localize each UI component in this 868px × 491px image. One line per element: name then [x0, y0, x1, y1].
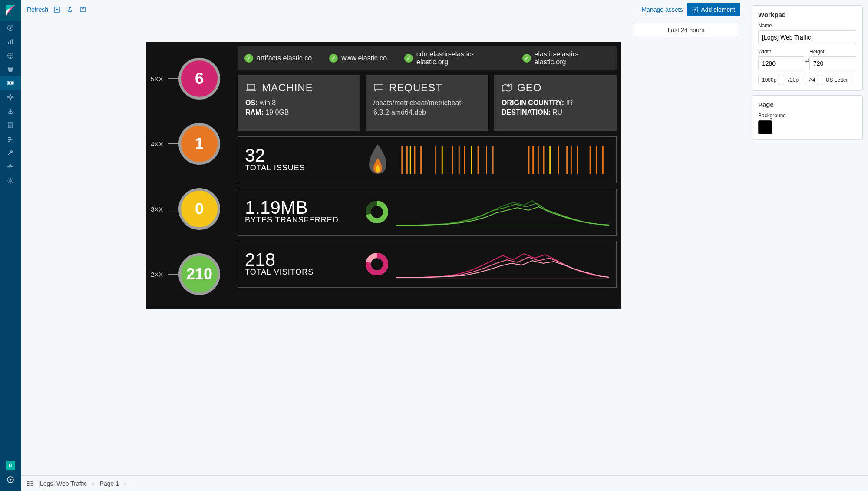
- nav-logs-icon[interactable]: [0, 118, 21, 132]
- background-swatch[interactable]: [758, 120, 772, 134]
- svg-point-17: [10, 99, 11, 100]
- status-5xx-value: 6: [178, 58, 220, 100]
- geo-panel: GEO ORIGIN COUNTRY: IR DESTINATION: RU: [494, 75, 617, 131]
- issues-value: 32: [245, 147, 358, 164]
- panel-title: GEO: [517, 82, 541, 94]
- width-input[interactable]: [758, 56, 805, 70]
- visitors-row: 218 TOTAL VISITORS: [238, 241, 617, 288]
- host-label: cdn.elastic-elastic-elastic.org: [416, 50, 505, 66]
- preset-1080p[interactable]: 1080p: [758, 75, 780, 85]
- background-label: Background: [758, 113, 856, 119]
- nav-heartbeat-icon[interactable]: [0, 160, 21, 174]
- status-4xx-value: 1: [178, 123, 220, 165]
- svg-rect-33: [374, 84, 383, 90]
- status-2xx: 2XX 210: [151, 242, 238, 307]
- status-2xx-value: 210: [178, 253, 220, 295]
- nav-gear-icon[interactable]: [0, 174, 21, 188]
- status-5xx-label: 5XX: [151, 75, 168, 83]
- svg-rect-74: [30, 485, 31, 486]
- host-item: ✓artifacts.elastic.co: [244, 54, 312, 63]
- check-icon: ✓: [244, 54, 253, 63]
- bytes-value: 1.19MB: [245, 199, 358, 216]
- hosts-row: ✓artifacts.elastic.co ✓www.elastic.co ✓c…: [238, 46, 617, 70]
- svg-rect-5: [10, 40, 11, 44]
- prev-page-icon[interactable]: ‹: [92, 480, 94, 488]
- bytes-row: 1.19MB BYTES TRANSFERRED: [238, 189, 617, 236]
- nav-globe-icon[interactable]: [0, 49, 21, 63]
- nav-apm-icon[interactable]: [0, 104, 21, 118]
- svg-rect-69: [31, 481, 33, 482]
- width-label: Width: [758, 49, 805, 55]
- status-5xx: 5XX 6: [151, 46, 238, 111]
- height-input[interactable]: [809, 56, 856, 70]
- nav-canvas-icon[interactable]: [0, 76, 21, 90]
- workpad-settings-card: Workpad Name Width ⇄ Height 1080p 720p A…: [752, 5, 863, 91]
- time-filter[interactable]: Last 24 hours: [633, 23, 739, 37]
- swap-dims-icon[interactable]: ⇄: [805, 57, 809, 63]
- footer-page-label[interactable]: Page 1: [100, 480, 119, 487]
- svg-rect-6: [12, 39, 13, 44]
- nav-node-icon[interactable]: [0, 90, 21, 104]
- svg-rect-73: [27, 485, 29, 486]
- issues-row: 32 TOTAL ISSUES: [238, 136, 617, 183]
- ram-value: 19.0GB: [265, 109, 289, 116]
- ram-label: RAM:: [245, 109, 264, 116]
- main-area: Refresh Manage assets Add element Last 2…: [21, 0, 746, 491]
- request-path: /beats/metricbeat/metricbeat-6.3.2-amd64…: [373, 98, 481, 118]
- svg-point-29: [56, 9, 58, 10]
- svg-rect-24: [8, 141, 10, 142]
- nav-bottom: D: [0, 458, 21, 487]
- canvas-scroll[interactable]: 5XX 6 4XX 1 3XX 0 2XX 210: [21, 19, 746, 491]
- nav-metrics-icon[interactable]: [0, 132, 21, 146]
- status-3xx-value: 0: [178, 188, 220, 230]
- page-settings-card: Page Background: [752, 95, 863, 140]
- svg-point-19: [12, 97, 13, 98]
- svg-rect-4: [8, 42, 9, 44]
- footer-workpad-name: [Logs] Web Traffic: [38, 480, 87, 487]
- next-page-icon[interactable]: ›: [124, 480, 126, 488]
- export-icon[interactable]: [66, 5, 74, 14]
- footer-bar: [Logs] Web Traffic ‹ Page 1 ›: [21, 475, 868, 491]
- svg-rect-23: [8, 139, 12, 140]
- check-icon: ✓: [522, 54, 531, 63]
- nav-bear-icon[interactable]: [0, 63, 21, 76]
- status-3xx-label: 3XX: [151, 206, 168, 213]
- svg-rect-72: [31, 483, 33, 484]
- top-toolbar: Refresh Manage assets Add element: [21, 0, 746, 19]
- visitors-line-chart: [396, 247, 609, 282]
- preset-usletter[interactable]: US Letter: [822, 75, 852, 85]
- status-2xx-label: 2XX: [151, 271, 168, 278]
- refresh-interval-icon[interactable]: [79, 5, 87, 14]
- add-element-button[interactable]: Add element: [687, 3, 740, 16]
- svg-rect-67: [27, 481, 29, 482]
- visitors-donut-chart: [365, 252, 389, 276]
- status-3xx: 3XX 0: [151, 176, 238, 242]
- grid-icon[interactable]: [27, 481, 33, 487]
- fullscreen-icon[interactable]: [53, 5, 61, 14]
- size-presets: 1080p 720p A4 US Letter: [758, 75, 856, 85]
- svg-point-25: [10, 180, 11, 182]
- nav-compass-icon[interactable]: [0, 21, 21, 35]
- os-label: OS:: [245, 99, 257, 106]
- preset-720p[interactable]: 720p: [783, 75, 802, 85]
- kibana-logo[interactable]: [0, 0, 21, 21]
- svg-rect-30: [81, 7, 85, 12]
- svg-rect-12: [8, 82, 10, 84]
- check-icon: ✓: [329, 54, 338, 63]
- visitors-value: 218: [245, 252, 358, 268]
- svg-point-18: [7, 97, 9, 98]
- svg-point-16: [10, 94, 11, 96]
- nav-chart-icon[interactable]: [0, 35, 21, 49]
- nav-wrench-icon[interactable]: [0, 146, 21, 160]
- add-element-label: Add element: [701, 6, 735, 13]
- workpad-canvas[interactable]: 5XX 6 4XX 1 3XX 0 2XX 210: [146, 42, 621, 309]
- workpad-name-input[interactable]: [758, 30, 856, 44]
- manage-assets-link[interactable]: Manage assets: [641, 6, 683, 13]
- host-item: ✓cdn.elastic-elastic-elastic.org: [404, 50, 505, 66]
- svg-marker-27: [10, 478, 12, 481]
- preset-a4[interactable]: A4: [805, 75, 819, 85]
- refresh-link[interactable]: Refresh: [27, 6, 48, 13]
- nav-collapse-icon[interactable]: [0, 473, 21, 487]
- host-label: artifacts.elastic.co: [257, 54, 312, 62]
- user-avatar[interactable]: D: [6, 461, 15, 470]
